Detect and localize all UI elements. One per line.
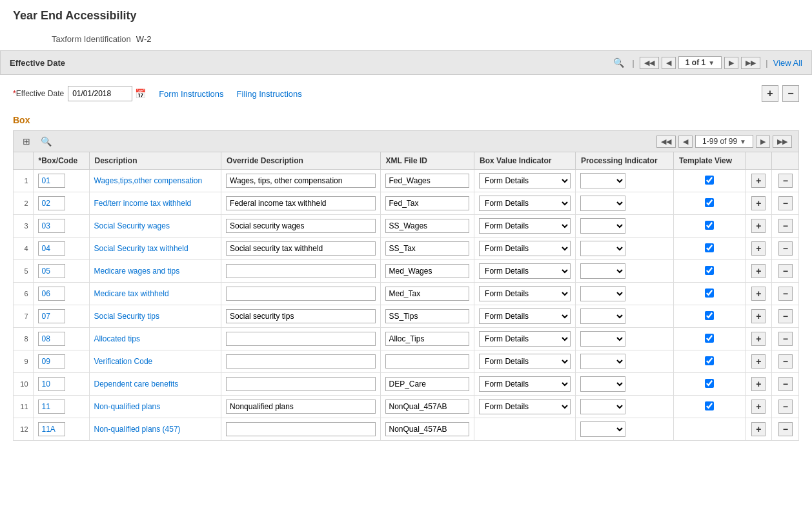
row-remove-button[interactable]: − (778, 354, 793, 369)
description-text[interactable]: Verification Code (94, 357, 153, 366)
xml-id-input[interactable] (385, 287, 470, 301)
box-code-input[interactable] (38, 400, 65, 414)
last-page-button[interactable]: ▶▶ (741, 57, 760, 69)
prev-page-button[interactable]: ◀ (662, 57, 676, 69)
override-input[interactable] (226, 219, 375, 233)
override-input[interactable] (226, 264, 375, 278)
override-input[interactable] (226, 422, 375, 436)
pi-indicator-select[interactable] (580, 286, 625, 301)
search-icon[interactable]: 🔍 (613, 57, 624, 68)
description-text[interactable]: Dependent care benefits (94, 380, 179, 389)
table-page-dropdown[interactable]: ▼ (740, 138, 746, 145)
pi-indicator-select[interactable] (580, 173, 625, 188)
template-view-checkbox[interactable] (705, 243, 714, 252)
effective-date-input[interactable] (68, 86, 132, 101)
override-input[interactable] (226, 354, 375, 369)
xml-id-input[interactable] (385, 196, 470, 210)
pi-indicator-select[interactable] (580, 376, 625, 392)
bv-indicator-select[interactable]: Form Details (479, 354, 571, 369)
bv-indicator-select[interactable]: Form Details (479, 331, 571, 347)
bv-indicator-select[interactable]: Form Details (479, 376, 571, 392)
override-input[interactable] (226, 377, 375, 391)
box-code-input[interactable] (38, 377, 65, 391)
row-add-button[interactable]: + (751, 332, 766, 346)
page-dropdown-arrow[interactable]: ▼ (708, 59, 715, 66)
pi-indicator-select[interactable] (580, 309, 625, 324)
xml-id-input[interactable] (385, 377, 470, 391)
xml-id-input[interactable] (385, 354, 470, 369)
pi-indicator-select[interactable] (580, 196, 625, 211)
xml-id-input[interactable] (385, 400, 470, 414)
template-view-checkbox[interactable] (705, 311, 714, 320)
pi-indicator-select[interactable] (580, 241, 625, 256)
table-next-btn[interactable]: ▶ (756, 136, 770, 148)
row-add-button[interactable]: + (751, 264, 766, 278)
box-code-input[interactable] (38, 354, 65, 369)
row-add-button[interactable]: + (751, 196, 766, 210)
template-view-checkbox[interactable] (705, 266, 714, 275)
pi-indicator-select[interactable] (580, 331, 625, 347)
box-code-input[interactable] (38, 287, 65, 301)
next-page-button[interactable]: ▶ (724, 57, 738, 69)
table-first-btn[interactable]: ◀◀ (656, 136, 676, 148)
grid-icon-button[interactable]: ⊞ (20, 135, 33, 148)
row-remove-button[interactable]: − (778, 287, 793, 301)
row-remove-button[interactable]: − (778, 196, 793, 210)
row-add-button[interactable]: + (751, 241, 766, 256)
bv-indicator-select[interactable]: Form Details (479, 309, 571, 324)
template-view-checkbox[interactable] (705, 198, 714, 207)
row-remove-button[interactable]: − (778, 400, 793, 414)
row-remove-button[interactable]: − (778, 174, 793, 188)
description-text[interactable]: Social Security wages (94, 221, 170, 230)
description-text[interactable]: Medicare wages and tips (94, 267, 180, 276)
pi-indicator-select[interactable] (580, 421, 625, 437)
box-code-input[interactable] (38, 422, 65, 436)
box-code-input[interactable] (38, 174, 65, 188)
bv-indicator-select[interactable]: Form Details (479, 241, 571, 256)
description-text[interactable]: Non-qualified plans (457) (94, 425, 181, 434)
add-button[interactable]: + (762, 85, 778, 102)
row-remove-button[interactable]: − (778, 309, 793, 323)
template-view-checkbox[interactable] (705, 401, 714, 410)
description-text[interactable]: Non-qualified plans (94, 402, 161, 411)
description-text[interactable]: Social Security tips (94, 312, 159, 321)
row-add-button[interactable]: + (751, 219, 766, 233)
bv-indicator-select[interactable]: Form Details (479, 196, 571, 211)
row-remove-button[interactable]: − (778, 422, 793, 436)
xml-id-input[interactable] (385, 264, 470, 278)
form-instructions-link[interactable]: Form Instructions (159, 89, 223, 99)
filing-instructions-link[interactable]: Filing Instructions (237, 89, 302, 99)
first-page-button[interactable]: ◀◀ (640, 57, 659, 69)
row-add-button[interactable]: + (751, 377, 766, 391)
xml-id-input[interactable] (385, 219, 470, 233)
row-add-button[interactable]: + (751, 309, 766, 323)
row-add-button[interactable]: + (751, 354, 766, 369)
xml-id-input[interactable] (385, 309, 470, 323)
box-code-input[interactable] (38, 196, 65, 210)
table-last-btn[interactable]: ▶▶ (773, 136, 792, 148)
box-code-input[interactable] (38, 219, 65, 233)
template-view-checkbox[interactable] (705, 288, 714, 298)
template-view-checkbox[interactable] (705, 379, 714, 388)
description-text[interactable]: Wages,tips,other compensation (94, 176, 203, 185)
bv-indicator-select[interactable]: Form Details (479, 263, 571, 279)
override-input[interactable] (226, 287, 375, 301)
box-code-input[interactable] (38, 241, 65, 256)
table-prev-btn[interactable]: ◀ (678, 136, 693, 148)
description-text[interactable]: Fed/terr income tax withheld (94, 199, 192, 208)
xml-id-input[interactable] (385, 422, 470, 436)
template-view-checkbox[interactable] (705, 334, 714, 343)
remove-button[interactable]: − (782, 85, 799, 102)
xml-id-input[interactable] (385, 174, 470, 188)
row-add-button[interactable]: + (751, 287, 766, 301)
row-remove-button[interactable]: − (778, 377, 793, 391)
search-table-button[interactable]: 🔍 (38, 135, 54, 148)
pi-indicator-select[interactable] (580, 218, 625, 234)
row-remove-button[interactable]: − (778, 219, 793, 233)
row-remove-button[interactable]: − (778, 264, 793, 278)
description-text[interactable]: Allocated tips (94, 334, 140, 343)
override-input[interactable] (226, 332, 375, 346)
template-view-checkbox[interactable] (705, 356, 714, 365)
template-view-checkbox[interactable] (705, 176, 714, 185)
override-input[interactable] (226, 196, 375, 210)
